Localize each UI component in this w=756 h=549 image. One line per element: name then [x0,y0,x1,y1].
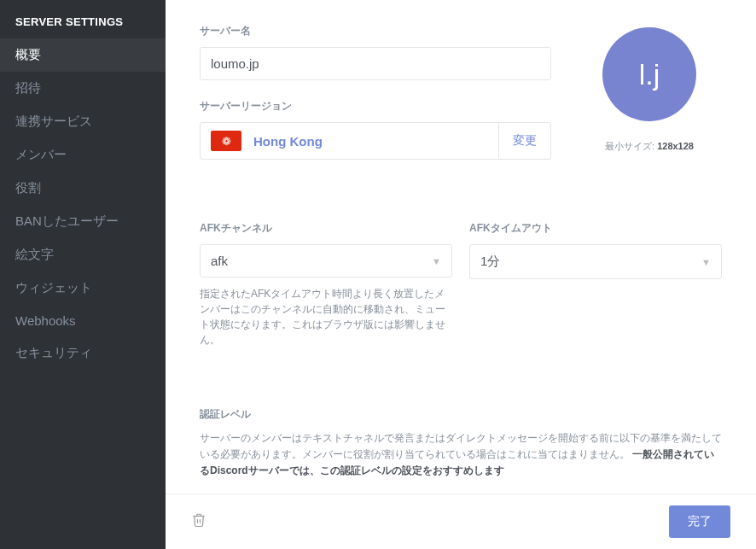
region-display: ❁ Hong Kong [201,123,498,159]
sidebar-header: SERVER SETTINGS [0,15,166,38]
afk-channel-help: 指定されたAFKタイムアウト時間より長く放置したメンバーはこのチャンネルに自動的… [200,286,452,348]
sidebar-item-roles[interactable]: 役割 [0,172,166,205]
sidebar-item-widget[interactable]: ウィジェット [0,272,166,305]
afk-timeout-value: 1分 [480,254,500,270]
sidebar-item-invites[interactable]: 招待 [0,72,166,105]
sidebar-item-security[interactable]: セキュリティ [0,336,166,370]
sidebar-item-label: 招待 [15,80,41,95]
afk-timeout-label: AFKタイムアウト [469,221,722,236]
sidebar-item-label: ウィジェット [15,280,92,295]
region-name: Hong Kong [253,134,323,149]
chevron-down-icon: ▼ [701,257,711,267]
sidebar-item-label: Webhooks [15,313,76,328]
region-box: ❁ Hong Kong 変更 [200,122,551,160]
sidebar-item-label: 連携サービス [15,114,92,128]
afk-channel-select[interactable]: afk ▼ [200,244,452,277]
sidebar-item-bans[interactable]: BANしたユーザー [0,205,166,238]
sidebar-item-label: 概要 [15,47,41,61]
sidebar-item-label: 役割 [15,180,41,195]
main-panel: サーバー名 サーバーリージョン ❁ Hong Kong 変更 l.j 最小サイズ… [166,0,756,549]
avatar-initials: l.j [639,58,660,91]
sidebar-item-label: メンバー [15,147,67,161]
avatar-size-hint: 最小サイズ: 128x128 [605,140,694,153]
afk-timeout-select[interactable]: 1分 ▼ [469,244,722,279]
sidebar-item-webhooks[interactable]: Webhooks [0,305,166,336]
sidebar: SERVER SETTINGS 概要 招待 連携サービス メンバー 役割 BAN… [0,0,166,549]
sidebar-item-label: BANしたユーザー [15,213,119,228]
verification-label: 認証レベル [200,407,722,422]
sidebar-item-overview[interactable]: 概要 [0,38,166,72]
sidebar-item-integrations[interactable]: 連携サービス [0,105,166,138]
chevron-down-icon: ▼ [432,256,441,266]
sidebar-item-label: 絵文字 [15,247,54,261]
sidebar-item-members[interactable]: メンバー [0,138,166,172]
afk-channel-label: AFKチャンネル [200,221,452,236]
server-name-input[interactable] [200,47,551,80]
verification-description: サーバーのメンバーはテキストチャネルで発言またはダイレクトメッセージを開始する前… [200,430,722,480]
footer-bar: 完了 [166,494,756,549]
content-area: サーバー名 サーバーリージョン ❁ Hong Kong 変更 l.j 最小サイズ… [166,0,756,494]
sidebar-item-emoji[interactable]: 絵文字 [0,238,166,272]
sidebar-item-label: セキュリティ [15,345,92,359]
server-name-label: サーバー名 [200,24,551,38]
change-region-button[interactable]: 変更 [498,123,550,159]
hong-kong-flag-icon: ❁ [211,131,241,151]
server-avatar[interactable]: l.j [602,27,696,121]
done-button[interactable]: 完了 [669,505,730,538]
region-label: サーバーリージョン [200,99,551,114]
afk-channel-value: afk [211,254,228,268]
trash-icon[interactable] [191,512,206,532]
